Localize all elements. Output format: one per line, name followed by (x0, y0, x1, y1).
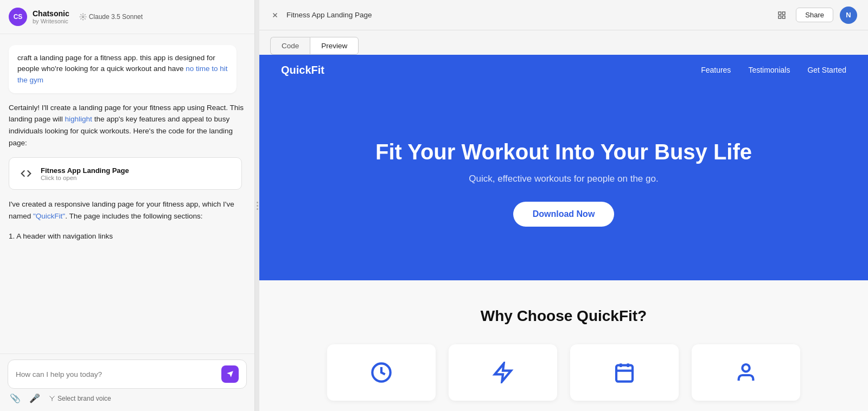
quickfit-logo: QuickFit (281, 64, 701, 76)
code-card-sub: Click to open (41, 175, 129, 181)
tab-code[interactable]: Code (270, 37, 310, 55)
close-button[interactable] (270, 10, 280, 20)
brand-voice-label: Select brand voice (58, 395, 111, 402)
voice-icon (49, 395, 55, 402)
chat-messages: craft a landing page for a fitness app. … (0, 34, 254, 354)
code-card-title: Fitness App Landing Page (41, 166, 129, 175)
send-button[interactable] (221, 365, 239, 383)
nav-link-features[interactable]: Features (701, 66, 731, 74)
expand-icon[interactable] (774, 8, 789, 23)
left-panel: CS Chatsonic by Writesonic Claude 3.5 So… (0, 0, 255, 411)
feature-cards (281, 344, 846, 401)
expand-svg (777, 11, 786, 20)
right-header-actions: Share N (774, 7, 857, 24)
nav-link-testimonials[interactable]: Testimonials (748, 66, 790, 74)
brand-name: Chatsonic (33, 9, 69, 18)
assistant-highlight: highlight (65, 115, 92, 123)
download-button[interactable]: Download Now (513, 202, 615, 227)
code-card-info: Fitness App Landing Page Click to open (41, 166, 129, 181)
brand-avatar: CS (9, 8, 27, 26)
svg-marker-8 (495, 363, 511, 381)
person-icon (733, 359, 759, 386)
feature-card-calendar (570, 344, 679, 401)
brand-info: Chatsonic by Writesonic (33, 9, 69, 24)
svg-rect-6 (778, 16, 781, 18)
preview-content: QuickFit Features Testimonials Get Start… (259, 55, 868, 411)
hero-subtitle: Quick, effective workouts for people on … (469, 174, 658, 184)
svg-rect-9 (616, 365, 633, 382)
feature-card-person (692, 344, 800, 401)
lightning-icon (490, 359, 516, 386)
user-avatar: N (840, 7, 857, 24)
send-icon (226, 370, 234, 378)
ai-icon (79, 13, 87, 21)
resize-handle[interactable] (255, 0, 259, 411)
calendar-icon (611, 359, 637, 386)
close-icon (271, 11, 279, 19)
user-message-bubble: craft a landing page for a fitness app. … (9, 45, 237, 93)
svg-point-0 (82, 16, 84, 18)
clock-icon (368, 359, 394, 386)
nav-link-get-started[interactable]: Get Started (807, 66, 846, 74)
brand-sub: by Writesonic (33, 18, 69, 24)
quickfit-hero: Fit Your Workout Into Your Busy Life Qui… (259, 85, 868, 280)
model-name: Claude 3.5 Sonnet (89, 13, 143, 21)
hero-title: Fit Your Workout Into Your Busy Life (375, 139, 752, 165)
code-icon (18, 165, 34, 182)
resize-dots (257, 202, 258, 210)
features-title: Why Choose QuickFit? (281, 307, 846, 325)
quickfit-features: Why Choose QuickFit? (259, 280, 868, 411)
tab-title: Fitness App Landing Page (286, 11, 372, 19)
brand-voice-selector[interactable]: Select brand voice (49, 395, 111, 402)
model-badge: Claude 3.5 Sonnet (79, 13, 143, 21)
bottom-tools: 📎 🎤 Select brand voice (8, 389, 247, 403)
assistant-outro-text: I've created a responsive landing page f… (9, 198, 246, 222)
attachment-icon[interactable]: 📎 (10, 393, 21, 403)
right-panel: Fitness App Landing Page Share N Code Pr… (259, 0, 868, 411)
svg-rect-5 (783, 16, 786, 18)
highlighted-text: no time to hit the gym (17, 65, 228, 84)
chat-input-area: 📎 🎤 Select brand voice (0, 354, 254, 411)
svg-point-13 (742, 364, 749, 371)
microphone-icon[interactable]: 🎤 (29, 393, 40, 403)
feature-card-clock (327, 344, 436, 401)
share-button[interactable]: Share (796, 8, 833, 22)
right-header: Fitness App Landing Page Share N (259, 0, 868, 30)
svg-rect-4 (783, 12, 786, 15)
feature-card-lightning (449, 344, 557, 401)
quickfit-nav-links: Features Testimonials Get Started (701, 66, 846, 74)
chat-input[interactable] (16, 370, 217, 378)
quickfit-nav: QuickFit Features Testimonials Get Start… (259, 55, 868, 85)
list-item-1: 1. A header with navigation links (9, 230, 246, 242)
code-card[interactable]: Fitness App Landing Page Click to open (9, 157, 242, 190)
svg-rect-3 (778, 12, 781, 15)
chat-input-wrapper (8, 359, 247, 389)
tab-preview[interactable]: Preview (310, 37, 359, 55)
preview-tabs: Code Preview (259, 30, 868, 55)
left-header: CS Chatsonic by Writesonic Claude 3.5 So… (0, 0, 254, 34)
assistant-intro-text: Certainly! I'll create a landing page fo… (9, 102, 246, 149)
